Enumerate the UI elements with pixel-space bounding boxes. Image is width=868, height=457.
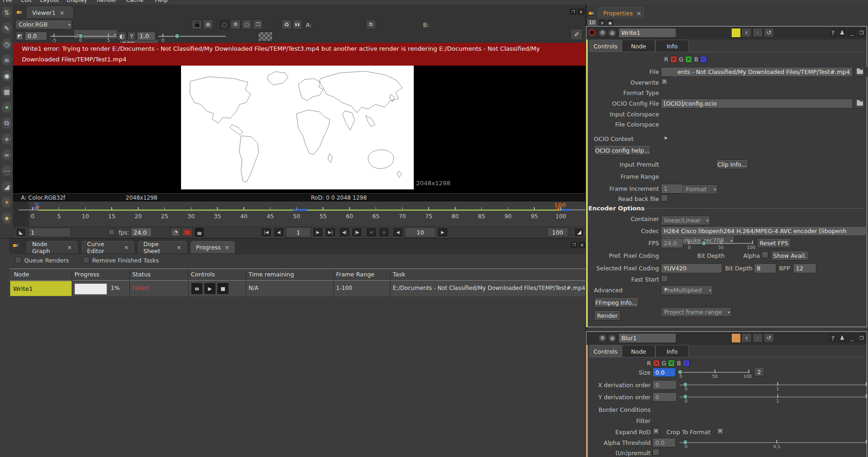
ocio-config-field[interactable]: [OCIO]/config.ocio xyxy=(661,99,853,108)
blue-channel-checkbox[interactable] xyxy=(700,56,707,63)
blur1-redo-button[interactable]: › xyxy=(753,333,763,343)
range-start-field[interactable]: 1 xyxy=(28,228,71,237)
frame-increment-field[interactable]: 10 xyxy=(405,227,436,237)
crop-to-format-checkbox[interactable] xyxy=(717,428,724,435)
viewer-pane-menu-button[interactable] xyxy=(16,9,23,15)
red-channel-checkbox[interactable] xyxy=(653,360,660,367)
goto-start-button[interactable]: |◀ xyxy=(261,227,272,237)
goto-end-button[interactable]: ▶| xyxy=(325,227,336,237)
lock-range-checkbox[interactable] xyxy=(108,229,114,235)
menu-display[interactable]: Display xyxy=(67,0,87,3)
wipe-stack-icon[interactable]: ⧉ xyxy=(366,20,376,29)
zoom-lock-button[interactable] xyxy=(192,20,202,29)
size-slider[interactable] xyxy=(679,372,749,373)
3d-icon[interactable]: ∞ xyxy=(1,149,13,161)
green-channel-checkbox[interactable] xyxy=(685,56,692,63)
blur1-tab-node[interactable]: Node xyxy=(622,345,655,357)
blur1-revert-button[interactable]: ↺ xyxy=(764,333,774,343)
write1-float-button[interactable]: ❐ xyxy=(857,28,866,37)
blur1-add-icon[interactable]: ⊕ xyxy=(608,334,617,343)
current-frame-field[interactable]: 1 xyxy=(286,227,311,237)
file-browse-button[interactable] xyxy=(855,67,865,77)
queue-renders-checkbox[interactable] xyxy=(15,257,21,263)
viewer-float-button[interactable]: ❐ xyxy=(570,8,577,15)
size-range-button[interactable]: 2 xyxy=(754,368,764,376)
write1-minimize-button[interactable]: _ xyxy=(848,28,856,37)
blur1-color-swatch[interactable] xyxy=(731,333,741,343)
step-back-frame-button[interactable]: ◀| xyxy=(339,227,350,237)
frame-range-dropdown[interactable]: Project frame range xyxy=(661,307,732,317)
overwrite-checkbox[interactable] xyxy=(661,78,668,85)
tab-dope-sheet[interactable]: Dope Sheet× xyxy=(138,241,187,253)
tab-curve-editor[interactable]: Curve Editor× xyxy=(82,241,134,253)
selected-pixel-field[interactable]: YUV420 xyxy=(661,263,722,273)
menu-help[interactable]: Help xyxy=(155,0,168,3)
close-icon[interactable]: × xyxy=(176,244,182,251)
advanced-expander[interactable]: ▶ xyxy=(665,287,668,291)
col-progress[interactable]: Progress xyxy=(74,271,99,278)
blur1-name-field[interactable]: Blur1 xyxy=(619,333,676,343)
proxy-mode-button[interactable]: ❐ xyxy=(253,20,263,29)
blur1-minimize-button[interactable]: _ xyxy=(848,333,856,343)
viewer-close-button[interactable]: × xyxy=(578,8,585,15)
pause-renders-button[interactable]: ⚙ xyxy=(230,20,241,29)
clip-info-button[interactable]: Clip Info... xyxy=(716,160,748,169)
alpha-checkbox[interactable] xyxy=(761,251,768,258)
max-panels-field[interactable]: 10 xyxy=(587,19,597,26)
gain-field[interactable]: 0.0 xyxy=(25,32,47,40)
next-keyframe-button[interactable]: » xyxy=(378,227,390,237)
size-field[interactable]: 0.0 xyxy=(653,368,676,377)
step-back-increment-button[interactable]: ◀ xyxy=(392,227,404,237)
write1-tab-controls[interactable]: Controls xyxy=(589,40,622,52)
write1-color-swatch[interactable] xyxy=(731,28,741,38)
deep-icon[interactable]: ◢ xyxy=(1,181,13,192)
ocio-config-help-button[interactable]: OCIO config help... xyxy=(594,145,651,155)
fps-field[interactable]: 24.0 xyxy=(131,228,152,237)
write1-redo-button[interactable]: › xyxy=(753,28,763,37)
color-sampler-icon[interactable]: ✐ xyxy=(571,29,583,40)
pin-panels-button[interactable]: ▣ xyxy=(607,20,613,26)
codec-field[interactable]: H264 Cisco libopenh264 H.264/MPEG-4 AVC … xyxy=(661,226,867,236)
guides-button[interactable]: ▢ xyxy=(242,20,252,29)
frame-increment-field[interactable]: 1 xyxy=(661,184,683,194)
sel-bit-depth-field[interactable]: 8 xyxy=(754,263,776,273)
draw-icon[interactable]: ✎ xyxy=(1,22,13,34)
write1-record-icon[interactable] xyxy=(589,29,595,36)
bottom-pane-close-button[interactable]: × xyxy=(579,242,585,248)
menu-edit[interactable]: Edit xyxy=(21,0,32,3)
close-icon[interactable]: × xyxy=(636,10,641,17)
input-colorspace-dropdown[interactable]: linear/Linear xyxy=(661,215,710,225)
write1-manage-knobs-button[interactable]: ♟ xyxy=(838,28,847,37)
ocio-browse-button[interactable] xyxy=(855,99,865,108)
x-derivation-field[interactable]: 0 xyxy=(653,380,677,390)
views-icon[interactable]: ⋯ xyxy=(1,165,13,176)
color-icon[interactable]: ◉ xyxy=(1,70,13,81)
fast-start-checkbox[interactable] xyxy=(661,275,668,282)
channel-icon[interactable]: ≡ xyxy=(1,54,13,66)
ffmpeg-info-button[interactable]: FFmpeg Info... xyxy=(594,297,639,308)
row-stop-button[interactable]: ■ xyxy=(217,282,229,295)
green-channel-checkbox[interactable] xyxy=(668,360,675,367)
filter-icon[interactable]: ▦ xyxy=(1,86,13,97)
gamma-toggle-button[interactable]: Y xyxy=(128,32,136,40)
col-controls[interactable]: Controls xyxy=(191,271,215,278)
timeline-range-lock-button[interactable]: ◣ xyxy=(16,228,26,237)
gamma-slider[interactable] xyxy=(158,36,226,37)
blur1-tab-controls[interactable]: Controls xyxy=(589,345,622,357)
menu-cache[interactable]: Cache xyxy=(126,0,143,3)
write1-tab-info[interactable]: Info xyxy=(655,40,689,52)
realtime-playback-button[interactable]: ◔ xyxy=(170,228,181,237)
step-forward-increment-button[interactable]: ▶ xyxy=(437,227,448,237)
menu-layout[interactable]: Layout xyxy=(40,0,59,3)
unpremult-checkbox[interactable] xyxy=(653,449,659,456)
write1-help-button[interactable]: ? xyxy=(829,28,837,37)
bottom-pane-menu-button[interactable] xyxy=(12,242,19,249)
playback-lock-button[interactable] xyxy=(195,228,204,237)
write1-revert-button[interactable]: ↺ xyxy=(764,28,774,37)
blur1-gear-icon[interactable]: ⚙ xyxy=(598,334,607,343)
gain-slider[interactable] xyxy=(50,36,116,37)
read-back-checkbox[interactable] xyxy=(661,195,668,202)
write-fps-field[interactable]: 24.0 xyxy=(661,238,683,248)
remove-finished-checkbox[interactable] xyxy=(83,257,89,263)
write1-tab-node[interactable]: Node xyxy=(622,40,655,52)
